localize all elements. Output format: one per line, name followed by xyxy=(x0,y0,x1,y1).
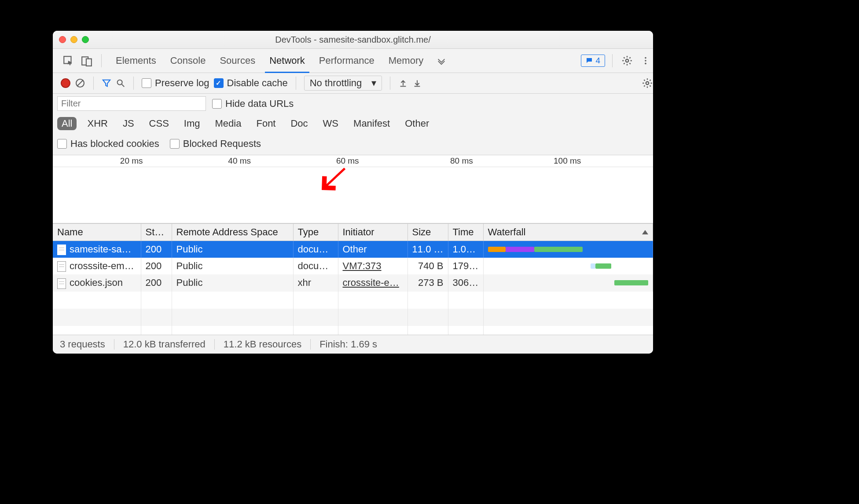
timeline-tick: 100 ms xyxy=(554,156,581,166)
divider xyxy=(114,339,114,350)
hide-data-urls-label: Hide data URLs xyxy=(225,98,294,110)
col-initiator[interactable]: Initiator xyxy=(338,224,407,241)
file-icon xyxy=(57,261,66,272)
empty-rows-area xyxy=(53,292,653,335)
filter-type-other[interactable]: Other xyxy=(400,117,433,130)
main-toolbar: ElementsConsoleSourcesNetworkPerformance… xyxy=(53,49,653,73)
svg-point-3 xyxy=(626,59,629,62)
blocked-requests-checkbox[interactable]: Blocked Requests xyxy=(170,138,261,150)
disable-cache-checkbox[interactable]: Disable cache xyxy=(214,77,288,89)
messages-count: 4 xyxy=(595,56,600,66)
col-type[interactable]: Type xyxy=(293,224,338,241)
settings-icon[interactable] xyxy=(620,53,635,68)
status-transferred: 12.0 kB transferred xyxy=(123,339,206,350)
table-row[interactable]: cookies.json200Publicxhrcrosssite-e…273 … xyxy=(53,274,653,291)
divider xyxy=(93,77,94,90)
more-tabs-chevron-icon[interactable] xyxy=(434,53,449,68)
initiator-link[interactable]: VM7:373 xyxy=(343,260,382,271)
preserve-log-label: Preserve log xyxy=(155,77,209,89)
divider xyxy=(101,54,102,67)
blocked-requests-label: Blocked Requests xyxy=(183,138,261,150)
timeline-tick: 80 ms xyxy=(450,156,473,166)
svg-point-5 xyxy=(645,60,646,62)
file-icon xyxy=(57,245,66,255)
kebab-menu-icon[interactable] xyxy=(638,53,653,68)
tab-console[interactable]: Console xyxy=(163,49,213,73)
filter-type-css[interactable]: CSS xyxy=(145,117,173,130)
hide-data-urls-checkbox[interactable]: Hide data URLs xyxy=(212,98,294,110)
timeline-overview[interactable]: 20 ms40 ms60 ms80 ms100 ms xyxy=(53,155,653,223)
search-icon[interactable] xyxy=(116,78,125,88)
file-icon xyxy=(57,278,66,289)
tab-elements[interactable]: Elements xyxy=(109,49,163,73)
divider xyxy=(296,77,296,90)
divider xyxy=(214,339,215,350)
device-toolbar-icon[interactable] xyxy=(79,53,94,68)
chevron-down-icon: ▾ xyxy=(371,77,376,89)
sort-asc-icon xyxy=(642,230,648,234)
table-row[interactable]: samesite-sa…200Publicdocu…Other11.0 …1.0… xyxy=(53,241,653,258)
status-requests: 3 requests xyxy=(60,339,105,350)
waterfall-bar xyxy=(488,278,649,287)
tab-network[interactable]: Network xyxy=(262,49,312,73)
svg-line-10 xyxy=(122,84,125,87)
table-row[interactable]: crosssite-em…200Publicdocu…VM7:373740 B1… xyxy=(53,258,653,274)
divider xyxy=(310,339,311,350)
col-size[interactable]: Size xyxy=(407,224,448,241)
filter-input[interactable] xyxy=(57,96,206,111)
tab-memory[interactable]: Memory xyxy=(382,49,430,73)
col-time[interactable]: Time xyxy=(448,224,483,241)
status-finish: Finish: 1.69 s xyxy=(319,339,377,350)
inspect-element-icon[interactable] xyxy=(61,53,76,68)
timeline-tick: 60 ms xyxy=(336,156,359,166)
upload-har-icon[interactable] xyxy=(398,78,408,88)
divider xyxy=(133,77,134,90)
timeline-tick: 20 ms xyxy=(120,156,143,166)
col-remote-address-space[interactable]: Remote Address Space xyxy=(172,224,293,241)
record-button[interactable] xyxy=(61,78,70,88)
timeline-tick: 40 ms xyxy=(228,156,251,166)
table-header-row: Name St… Remote Address Space Type Initi… xyxy=(53,224,653,241)
has-blocked-cookies-label: Has blocked cookies xyxy=(70,138,159,150)
divider xyxy=(390,77,390,90)
svg-point-4 xyxy=(645,57,646,59)
tab-performance[interactable]: Performance xyxy=(312,49,382,73)
network-toolbar: Preserve log Disable cache No throttling… xyxy=(53,73,653,94)
tab-sources[interactable]: Sources xyxy=(213,49,262,73)
throttling-value: No throttling xyxy=(310,77,362,89)
filter-type-all[interactable]: All xyxy=(57,117,77,130)
filter-type-media[interactable]: Media xyxy=(211,117,246,130)
has-blocked-cookies-checkbox[interactable]: Has blocked cookies xyxy=(57,138,159,150)
download-har-icon[interactable] xyxy=(412,78,422,88)
disable-cache-label: Disable cache xyxy=(227,77,288,89)
network-settings-icon[interactable] xyxy=(642,77,653,89)
svg-line-8 xyxy=(77,80,83,86)
filter-type-doc[interactable]: Doc xyxy=(286,117,312,130)
network-table: Name St… Remote Address Space Type Initi… xyxy=(53,223,653,292)
filter-type-manifest[interactable]: Manifest xyxy=(349,117,394,130)
waterfall-bar xyxy=(488,245,649,254)
initiator-link[interactable]: crosssite-e… xyxy=(343,277,399,288)
titlebar: DevTools - samesite-sandbox.glitch.me/ xyxy=(53,31,653,49)
filter-type-js[interactable]: JS xyxy=(118,117,139,130)
svg-point-6 xyxy=(645,63,646,65)
waterfall-bar xyxy=(488,262,649,270)
filter-type-font[interactable]: Font xyxy=(252,117,280,130)
divider xyxy=(612,54,613,67)
filter-type-img[interactable]: Img xyxy=(180,117,205,130)
console-messages-badge[interactable]: 4 xyxy=(581,55,605,67)
filter-type-xhr[interactable]: XHR xyxy=(83,117,112,130)
col-status[interactable]: St… xyxy=(141,224,172,241)
svg-rect-2 xyxy=(86,59,92,66)
throttling-select[interactable]: No throttling ▾ xyxy=(304,76,382,91)
status-bar: 3 requests 12.0 kB transferred 11.2 kB r… xyxy=(53,335,653,354)
filter-type-ws[interactable]: WS xyxy=(319,117,343,130)
preserve-log-checkbox[interactable]: Preserve log xyxy=(142,77,209,89)
clear-icon[interactable] xyxy=(75,78,85,88)
window-title: DevTools - samesite-sandbox.glitch.me/ xyxy=(53,35,653,45)
filter-icon[interactable] xyxy=(102,78,111,88)
filter-bar: Hide data URLs AllXHRJSCSSImgMediaFontDo… xyxy=(53,94,653,155)
svg-point-13 xyxy=(646,82,649,85)
col-waterfall[interactable]: Waterfall xyxy=(483,224,653,241)
col-name[interactable]: Name xyxy=(53,224,141,241)
